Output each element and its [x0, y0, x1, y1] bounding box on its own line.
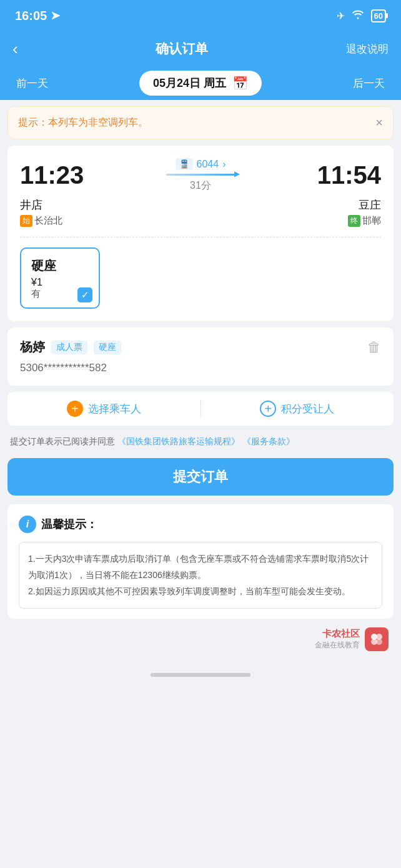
depart-time: 11:23: [20, 161, 84, 189]
selected-date: 05月24日 周五: [153, 76, 226, 91]
train-duration: 31分: [190, 179, 211, 192]
train-number: 6044: [197, 159, 219, 170]
add-passenger-label: 选择乘车人: [88, 402, 141, 416]
watermark-logo: 卡农社区 金融在线教育: [315, 628, 360, 651]
notice-text: 提示：本列车为非空调列车。: [18, 116, 148, 129]
depart-station-name: 井店: [20, 197, 62, 212]
home-indicator: [0, 664, 401, 686]
train-card: 11:23 🚆 6044 › 31分 11:54 井店 始 长治北: [7, 146, 394, 321]
notice-card: 提示：本列车为非空调列车。 ×: [7, 106, 394, 139]
tips-title: 温馨提示：: [41, 517, 97, 532]
passenger-header: 杨婷 成人票 硬座 🗑: [20, 339, 381, 356]
page-title: 确认订单: [156, 40, 208, 57]
terms-link-1[interactable]: 《国铁集团铁路旅客运输规程》: [117, 436, 240, 446]
depart-city: 长治北: [34, 215, 62, 227]
depart-badge: 始: [20, 215, 32, 227]
seat-selected-check: ✓: [77, 287, 92, 302]
depart-badge-row: 始 长治北: [20, 215, 62, 227]
agreement-prefix: 提交订单表示已阅读并同意: [10, 436, 115, 446]
tips-body: 1.一天内3次申请车票成功后取消订单（包含无座车票或不符合选铺需求车票时取消5次…: [19, 542, 382, 609]
seat-card-hard[interactable]: 硬座 ¥1 有 ✓: [20, 247, 100, 309]
passenger-name: 杨婷: [20, 339, 45, 356]
train-info-row: 11:23 🚆 6044 › 31分 11:54: [20, 158, 381, 192]
date-selector[interactable]: 05月24日 周五 📅: [139, 71, 262, 96]
passenger-info: 杨婷 成人票 硬座: [20, 339, 121, 356]
battery-level: 60: [374, 11, 383, 21]
wifi-icon: [351, 9, 365, 22]
seat-card-name: 硬座: [31, 257, 89, 274]
tips-content: 1.一天内3次申请车票成功后取消订单（包含无座车票或不符合选铺需求车票时取消5次…: [28, 554, 369, 596]
seat-card-price: ¥1: [31, 277, 89, 288]
battery-indicator: 60: [371, 9, 386, 22]
train-chevron-icon: ›: [222, 159, 225, 170]
add-points-button[interactable]: + 积分受让人: [201, 401, 394, 417]
add-points-icon: +: [260, 401, 276, 417]
card-divider: [20, 237, 381, 237]
prev-day-button[interactable]: 前一天: [10, 72, 54, 94]
arrive-badge: 终: [348, 215, 360, 227]
status-time: 16:05 ➤: [15, 9, 60, 23]
next-day-button[interactable]: 后一天: [347, 72, 391, 94]
submit-btn-label: 提交订单: [173, 467, 228, 486]
depart-station: 井店 始 长治北: [20, 197, 62, 227]
back-button[interactable]: ‹: [12, 39, 18, 59]
terms-link-2[interactable]: 《服务条款》: [242, 436, 295, 446]
home-bar: [151, 673, 250, 677]
watermark-name: 卡农社区: [322, 628, 360, 640]
date-bar: 前一天 05月24日 周五 📅 后一天: [0, 66, 401, 100]
tips-icon: i: [19, 516, 36, 533]
seat-options: 硬座 ¥1 有 ✓: [20, 247, 381, 311]
arrive-station: 豆庄 终 邯郸: [348, 197, 381, 227]
content-area: 提示：本列车为非空调列车。 × 11:23 🚆 6044 › 31分 11:54…: [0, 106, 401, 664]
watermark-sub: 金融在线教育: [315, 640, 360, 651]
arrive-station-name: 豆庄: [359, 197, 381, 212]
watermark: 卡农社区 金融在线教育: [0, 619, 401, 664]
add-passenger-button[interactable]: + 选择乘车人: [7, 401, 200, 417]
add-passenger-icon: +: [67, 401, 83, 417]
add-points-label: 积分受让人: [281, 402, 334, 416]
location-icon: ➤: [51, 9, 60, 22]
status-icons: ✈ 60: [337, 9, 386, 22]
watermark-icon: [365, 627, 389, 651]
train-number-row: 🚆 6044 ›: [176, 158, 226, 170]
svg-point-3: [376, 639, 382, 645]
calendar-icon: 📅: [232, 76, 248, 91]
station-row: 井店 始 长治北 豆庄 终 邯郸: [20, 197, 381, 227]
time-display: 16:05: [15, 9, 47, 23]
airplane-icon: ✈: [337, 10, 345, 22]
notice-close-button[interactable]: ×: [375, 116, 383, 130]
tips-card: i 温馨提示： 1.一天内3次申请车票成功后取消订单（包含无座车票或不符合选铺需…: [7, 504, 394, 619]
train-img-icon: 🚆: [176, 158, 193, 170]
train-route-arrow: [166, 174, 235, 176]
status-bar: 16:05 ➤ ✈ 60: [0, 0, 401, 31]
agreement-text: 提交订单表示已阅读并同意 《国铁集团铁路旅客运输规程》 《服务条款》: [0, 426, 401, 458]
tips-header: i 温馨提示：: [19, 516, 382, 533]
passenger-id: 5306***********582: [20, 362, 381, 374]
delete-passenger-button[interactable]: 🗑: [367, 339, 381, 356]
policy-link[interactable]: 退改说明: [346, 42, 389, 56]
train-middle: 🚆 6044 › 31分: [84, 158, 317, 192]
arrive-city: 邯郸: [362, 215, 381, 227]
submit-order-button[interactable]: 提交订单: [7, 458, 394, 496]
add-passenger-row: + 选择乘车人 + 积分受让人: [7, 392, 394, 426]
nav-bar: ‹ 确认订单 退改说明: [0, 31, 401, 66]
arrive-time: 11:54: [317, 161, 381, 189]
seat-type-tag: 硬座: [94, 341, 121, 354]
passenger-card: 杨婷 成人票 硬座 🗑 5306***********582: [7, 327, 394, 386]
arrive-badge-row: 终 邯郸: [348, 215, 381, 227]
ticket-type-tag: 成人票: [51, 341, 87, 354]
